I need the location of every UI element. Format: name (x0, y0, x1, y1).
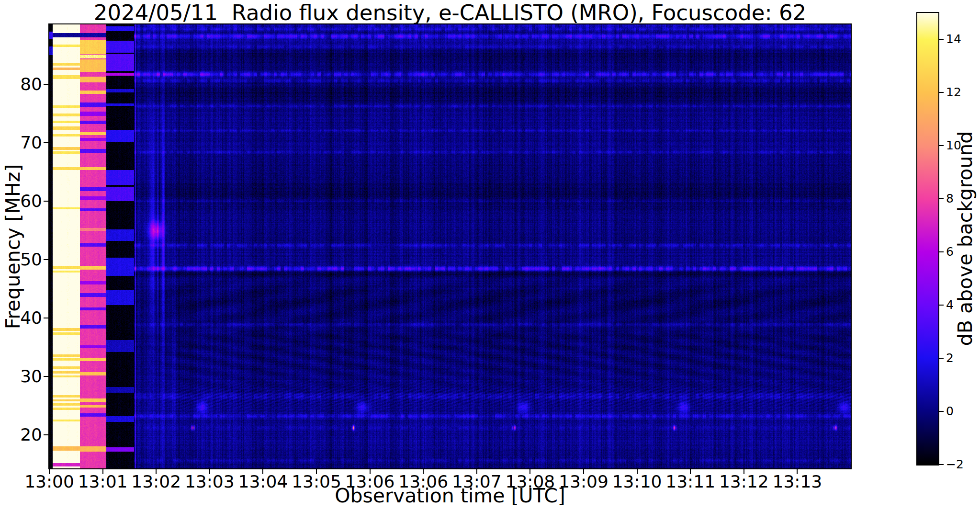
y-tick-label: 40 (0, 308, 42, 328)
x-tick-label: 13:09 (552, 472, 615, 492)
colorbar-tick-label: 4 (946, 298, 975, 312)
x-tick-label: 13:07 (446, 472, 508, 492)
y-tick-label: 80 (0, 74, 42, 94)
colorbar-tick (939, 464, 944, 465)
y-tick (44, 259, 48, 260)
colorbar-tick (939, 92, 944, 93)
colorbar-tick-label: 14 (946, 32, 975, 46)
figure-root: 2024/05/11 Radio flux density, e-CALLIST… (0, 0, 980, 511)
y-tick-label: 70 (0, 133, 42, 153)
x-tick-label: 13:05 (285, 472, 348, 492)
x-tick-label: 13:11 (659, 472, 721, 492)
colorbar-tick (939, 305, 944, 306)
x-tick-label: 13:06 (339, 472, 401, 492)
x-tick-label: 13:08 (499, 472, 561, 492)
x-tick-label: 13:02 (125, 472, 187, 492)
colorbar-tick (939, 145, 944, 146)
x-tick-label: 13:00 (18, 472, 80, 492)
x-tick-label: 13:03 (179, 472, 241, 492)
x-tick-label: 13:04 (232, 472, 294, 492)
colorbar-tick-label: 2 (946, 351, 975, 365)
y-tick (44, 434, 48, 435)
colorbar-tick (939, 251, 944, 252)
y-tick (44, 376, 48, 377)
y-axis-label-text: Frequency [MHz] (2, 164, 24, 329)
y-tick-label: 20 (0, 425, 42, 445)
y-tick-label: 30 (0, 366, 42, 386)
spectrogram-canvas (49, 24, 851, 468)
plot-area (48, 23, 852, 469)
y-tick (44, 142, 48, 143)
x-tick-label: 13:06 (392, 472, 454, 492)
colorbar-tick-label: 0 (946, 404, 975, 419)
colorbar-tick-label: 8 (946, 192, 975, 206)
y-tick (44, 84, 48, 85)
y-tick (44, 201, 48, 202)
colorbar-tick-label: −2 (946, 457, 975, 472)
colorbar-tick (939, 198, 944, 199)
colorbar-tick-label: 6 (946, 245, 975, 259)
colorbar-tick-label: 12 (946, 85, 975, 100)
colorbar-label-text: dB above background (954, 131, 976, 346)
colorbar-tick (939, 39, 944, 40)
y-tick-label: 60 (0, 191, 42, 211)
x-tick-label: 13:01 (72, 472, 134, 492)
x-tick-label: 13:12 (713, 472, 775, 492)
colorbar-gradient (917, 13, 938, 465)
chart-title: 2024/05/11 Radio flux density, e-CALLIST… (49, 0, 851, 25)
y-tick-label: 50 (0, 250, 42, 270)
colorbar-tick (939, 358, 944, 359)
colorbar-tick (939, 411, 944, 412)
colorbar (916, 12, 939, 466)
x-tick-label: 13:10 (606, 472, 668, 492)
y-tick (44, 318, 48, 318)
colorbar-tick-label: 10 (946, 138, 975, 153)
x-tick-label: 13:13 (766, 472, 828, 492)
